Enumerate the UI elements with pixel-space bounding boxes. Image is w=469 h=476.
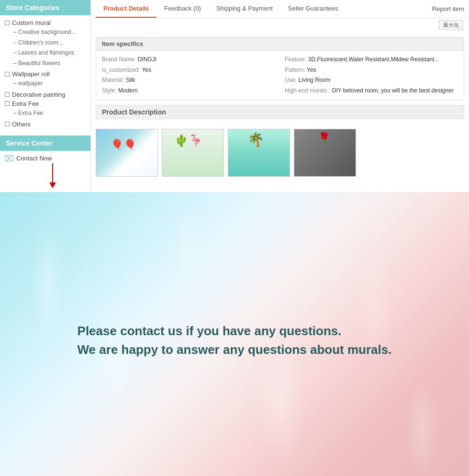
tab-shipping[interactable]: Shipping & Payment bbox=[209, 0, 280, 18]
bottom-text-line2: We are happy to answer any questions abo… bbox=[78, 342, 392, 357]
spec-material-label: Material: bbox=[102, 75, 124, 86]
minus-icon-5 bbox=[5, 122, 10, 126]
top-section: Store Categories Custom mural – Creative… bbox=[0, 0, 469, 192]
maximize-button[interactable]: 最大化 bbox=[439, 20, 463, 30]
tab-feedback[interactable]: Feedback (0) bbox=[156, 0, 209, 18]
sidebar-sub-flowers[interactable]: – Beautiful flowers bbox=[13, 58, 86, 69]
spec-style-label: Style: bbox=[102, 86, 116, 96]
spec-feature: Feature: 3D,Fluorescent,Water Resistant,… bbox=[285, 55, 458, 65]
spec-pattern-value: Yes bbox=[307, 65, 316, 76]
sidebar-sub-creative[interactable]: – Creative background... bbox=[13, 27, 86, 38]
report-item-link[interactable]: Report item bbox=[432, 1, 464, 16]
spec-highend-label: High-end murals : bbox=[285, 86, 330, 96]
spec-pattern-label: Pattern: bbox=[285, 65, 305, 76]
specs-right: Feature: 3D,Fluorescent,Water Resistant,… bbox=[285, 55, 458, 96]
sidebar-item-extra-fee: Extra Fee – Extra Fee bbox=[5, 100, 86, 119]
sidebar-item-others-label: Others bbox=[12, 121, 31, 128]
sidebar: Store Categories Custom mural – Creative… bbox=[0, 0, 91, 192]
arrow-annotation bbox=[29, 163, 77, 192]
minus-icon-2 bbox=[5, 72, 10, 77]
spec-use: Use: Living Room bbox=[285, 75, 458, 86]
spec-brand-label: Brand Name: bbox=[102, 55, 136, 65]
tab-product-details[interactable]: Product Details bbox=[96, 0, 156, 18]
spec-customized-label: is_customized: bbox=[102, 65, 140, 76]
spec-material: Material: Silk bbox=[102, 75, 275, 86]
specs-left: Brand Name: DINGJI is_customized: Yes Ma… bbox=[102, 55, 275, 96]
sidebar-sub-leaves[interactable]: – Leaves and flamingos bbox=[13, 48, 86, 58]
bottom-text-line1: Please contact us if you have any questi… bbox=[78, 324, 392, 339]
product-images-row bbox=[91, 124, 469, 181]
spec-pattern: Pattern: Yes bbox=[285, 65, 458, 76]
product-image-2[interactable] bbox=[162, 129, 224, 177]
sidebar-item-others: Others bbox=[5, 121, 86, 128]
sidebar-sub-custom-mural: – Creative background... – Children's ro… bbox=[5, 27, 86, 68]
sidebar-categories: Custom mural – Creative background... – … bbox=[0, 15, 90, 134]
envelope-icon bbox=[5, 155, 13, 161]
product-image-4[interactable] bbox=[294, 129, 356, 177]
sidebar-item-extra-fee-parent[interactable]: Extra Fee bbox=[5, 100, 86, 107]
sidebar-item-custom-mural: Custom mural – Creative background... – … bbox=[5, 19, 86, 68]
item-specifics-title: Item specifics bbox=[96, 37, 464, 51]
spec-feature-label: Feature: bbox=[285, 55, 306, 65]
sidebar-item-decorative: Decorative painting bbox=[5, 91, 86, 98]
sidebar-item-wallpaper-roll: Wallpaper roll – wallpaper bbox=[5, 70, 86, 89]
arrow-line bbox=[52, 163, 53, 182]
item-specifics-section: Item specifics Brand Name: DINGJI is_cus… bbox=[96, 37, 464, 100]
tabs-bar: Product Details Feedback (0) Shipping & … bbox=[91, 0, 469, 18]
spec-feature-value: 3D,Fluorescent,Water Resistant,Mildew Re… bbox=[308, 55, 439, 65]
item-specifics-grid: Brand Name: DINGJI is_customized: Yes Ma… bbox=[96, 51, 464, 100]
sidebar-sub-wallpaper: – wallpaper bbox=[5, 79, 86, 89]
sidebar-item-decorative-parent[interactable]: Decorative painting bbox=[5, 91, 86, 98]
main-content: Product Details Feedback (0) Shipping & … bbox=[91, 0, 469, 192]
contact-now-label: Contact Now bbox=[16, 155, 52, 162]
sidebar-sub-extra-fee-item[interactable]: – Extra Fee bbox=[13, 108, 86, 119]
sidebar-sub-childrens[interactable]: – Children's room... bbox=[13, 38, 86, 48]
sidebar-item-others-parent[interactable]: Others bbox=[5, 121, 86, 128]
arrow-head bbox=[49, 182, 56, 188]
product-description-title: Product Description bbox=[96, 105, 464, 119]
tab-seller-guarantees[interactable]: Seller Guarantees bbox=[280, 0, 346, 18]
minus-icon bbox=[5, 21, 10, 25]
product-image-3[interactable] bbox=[228, 129, 290, 177]
sidebar-item-extra-fee-label: Extra Fee bbox=[12, 100, 39, 107]
spec-brand-value: DINGJI bbox=[138, 55, 156, 65]
bottom-text-container: Please contact us if you have any questi… bbox=[49, 305, 421, 376]
spec-highend-value: DIY beloved room, you will be the best d… bbox=[332, 86, 454, 96]
spec-use-value: Living Room bbox=[299, 75, 331, 86]
sidebar-item-wallpaper-roll-label: Wallpaper roll bbox=[12, 70, 50, 78]
minus-icon-3 bbox=[5, 92, 10, 97]
spec-highend: High-end murals : DIY beloved room, you … bbox=[285, 86, 458, 96]
spec-use-label: Use: bbox=[285, 75, 297, 86]
spec-customized-value: Yes bbox=[142, 65, 151, 76]
minus-icon-4 bbox=[5, 101, 10, 106]
spec-style: Style: Modern bbox=[102, 86, 275, 96]
sidebar-item-decorative-label: Decorative painting bbox=[12, 91, 65, 98]
spec-brand: Brand Name: DINGJI bbox=[102, 55, 275, 65]
sidebar-item-custom-mural-parent[interactable]: Custom mural bbox=[5, 19, 86, 26]
spec-customized: is_customized: Yes bbox=[102, 65, 275, 76]
sidebar-sub-extra-fee: – Extra Fee bbox=[5, 108, 86, 119]
spec-style-value: Modern bbox=[118, 86, 138, 96]
sidebar-sub-wallpaper-item[interactable]: – wallpaper bbox=[13, 79, 86, 89]
bottom-section: Please contact us if you have any questi… bbox=[0, 192, 469, 476]
spec-material-value: Silk bbox=[126, 75, 135, 86]
sidebar-store-categories-header: Store Categories bbox=[0, 0, 90, 15]
sidebar-item-custom-mural-label: Custom mural bbox=[12, 19, 51, 26]
sidebar-item-wallpaper-roll-parent[interactable]: Wallpaper roll bbox=[5, 70, 86, 78]
product-image-1[interactable] bbox=[96, 129, 158, 177]
page-wrapper: Store Categories Custom mural – Creative… bbox=[0, 0, 469, 476]
service-center-header: Service Center bbox=[0, 136, 90, 151]
